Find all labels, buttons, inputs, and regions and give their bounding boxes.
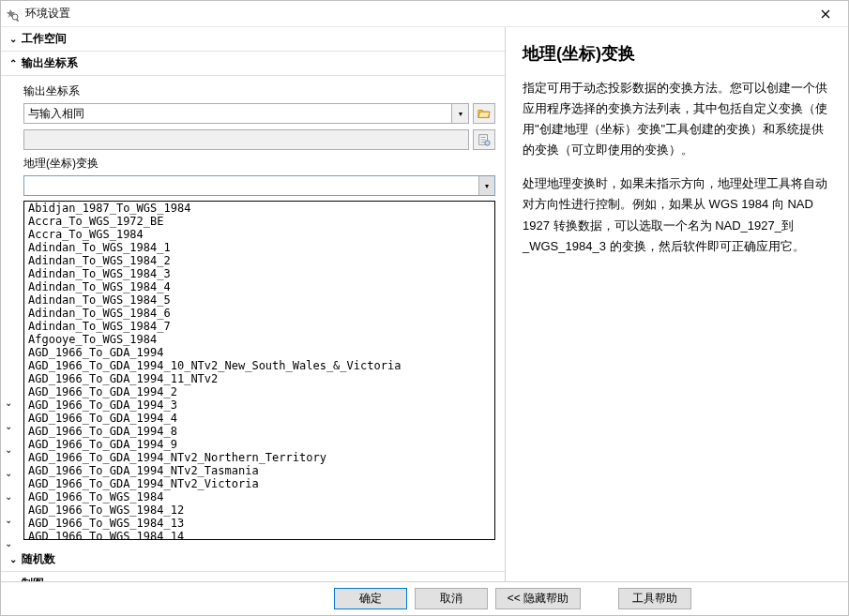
ok-button[interactable]: 确定 <box>334 588 407 609</box>
window-title: 环境设置 <box>25 6 807 22</box>
dropdown-item[interactable]: Adindan_To_WGS_1984_3 <box>24 267 494 280</box>
svg-point-3 <box>485 141 490 145</box>
output-crs-select[interactable]: 与输入相同 ▾ <box>23 103 469 124</box>
geo-transform-input[interactable] <box>23 175 495 196</box>
dropdown-item[interactable]: AGD_1966_To_WGS_1984_13 <box>24 517 494 530</box>
settings-tree-pane: ⌄ 工作空间 ⌃ 输出坐标系 输出坐标系 与输入相同 ▾ <box>1 27 506 581</box>
dropdown-item[interactable]: Accra_To_WGS_1972_BE <box>24 215 494 228</box>
dropdown-item[interactable]: Adindan_To_WGS_1984_4 <box>24 280 494 293</box>
dropdown-item[interactable]: AGD_1966_To_GDA_1994_9 <box>24 438 494 451</box>
geo-transform-dropdown[interactable]: Abidjan_1987_To_WGS_1984Accra_To_WGS_197… <box>23 201 495 540</box>
chevron-up-icon: ⌃ <box>7 58 20 68</box>
dropdown-item[interactable]: AGD_1966_To_GDA_1994_11_NTv2 <box>24 372 494 385</box>
help-title: 地理(坐标)变换 <box>523 42 831 65</box>
dropdown-item[interactable]: AGD_1966_To_GDA_1994_3 <box>24 398 494 412</box>
dropdown-item[interactable]: Adindan_To_WGS_1984_2 <box>24 254 494 267</box>
dropdown-arrow-icon[interactable]: ▾ <box>478 176 494 195</box>
output-crs-label: 输出坐标系 <box>23 83 495 99</box>
chevron-down-icon: ⌄ <box>7 34 20 44</box>
dropdown-item[interactable]: AGD_1966_To_GDA_1994 <box>24 346 494 359</box>
section-random[interactable]: ⌄ 随机数 <box>1 548 505 572</box>
dropdown-item[interactable]: Adindan_To_WGS_1984_6 <box>24 307 494 320</box>
tool-help-button[interactable]: 工具帮助 <box>618 588 691 609</box>
geo-transform-label: 地理(坐标)变换 <box>23 156 495 172</box>
dropdown-arrow-icon[interactable]: ▾ <box>451 104 468 123</box>
dropdown-item[interactable]: AGD_1966_To_GDA_1994_10_NTv2_New_South_W… <box>24 359 494 372</box>
app-icon <box>5 7 20 22</box>
dropdown-item[interactable]: AGD_1966_To_GDA_1994_4 <box>24 412 494 425</box>
section-label: 制图 <box>22 576 44 581</box>
section-workspace[interactable]: ⌄ 工作空间 <box>1 27 505 52</box>
section-cartography[interactable]: ⌄ 制图 <box>1 572 505 581</box>
cancel-button[interactable]: 取消 <box>415 588 488 609</box>
dropdown-item[interactable]: AGD_1966_To_GDA_1994_8 <box>24 425 494 438</box>
dropdown-item[interactable]: AGD_1966_To_GDA_1994_NTv2_Tasmania <box>24 464 494 477</box>
dropdown-item[interactable]: AGD_1966_To_WGS_1984 <box>24 490 494 503</box>
section-label: 输出坐标系 <box>22 55 78 71</box>
crs-properties-button[interactable] <box>473 129 495 150</box>
dropdown-item[interactable]: AGD_1966_To_WGS_1984_12 <box>24 503 494 517</box>
section-label: 随机数 <box>22 551 55 567</box>
browse-button[interactable] <box>473 103 495 124</box>
dropdown-item[interactable]: Accra_To_WGS_1984 <box>24 228 494 241</box>
section-output-crs[interactable]: ⌃ 输出坐标系 <box>1 52 505 76</box>
output-crs-body: 输出坐标系 与输入相同 ▾ 地理(坐标)变换 <box>1 76 505 548</box>
help-pane: 地理(坐标)变换 指定可用于动态投影数据的变换方法。您可以创建一个供应用程序选择… <box>506 27 848 581</box>
chevron-down-icon: ⌄ <box>7 554 20 564</box>
dropdown-item[interactable]: AGD_1966_To_WGS_1984_14 <box>24 530 494 540</box>
select-value: 与输入相同 <box>28 106 84 122</box>
dropdown-item[interactable]: Adindan_To_WGS_1984_5 <box>24 293 494 307</box>
environment-settings-dialog: 环境设置 ⌄ 工作空间 ⌃ 输出坐标系 输出坐标系 与输入相同 ▾ <box>0 0 849 616</box>
help-paragraph: 处理地理变换时，如果未指示方向，地理处理工具将自动对方向性进行控制。例如，如果从… <box>523 173 831 256</box>
titlebar: 环境设置 <box>1 1 848 27</box>
dropdown-item[interactable]: AGD_1966_To_GDA_1994_2 <box>24 385 494 398</box>
dropdown-item[interactable]: AGD_1966_To_GDA_1994_NTv2_Northern_Terri… <box>24 451 494 464</box>
section-label: 工作空间 <box>22 31 67 47</box>
hide-help-button[interactable]: << 隐藏帮助 <box>495 588 581 609</box>
chevron-down-icon: ⌄ <box>7 578 20 581</box>
dialog-footer: 确定 取消 << 隐藏帮助 工具帮助 <box>1 581 848 615</box>
dropdown-item[interactable]: Adindan_To_WGS_1984_7 <box>24 320 494 333</box>
dropdown-item[interactable]: Adindan_To_WGS_1984_1 <box>24 241 494 254</box>
dropdown-item[interactable]: Abidjan_1987_To_WGS_1984 <box>24 202 494 215</box>
dropdown-item[interactable]: Afgooye_To_WGS_1984 <box>24 333 494 346</box>
close-button[interactable] <box>807 1 844 26</box>
dropdown-item[interactable]: AGD_1966_To_GDA_1994_NTv2_Victoria <box>24 477 494 490</box>
crs-display-field <box>23 129 469 150</box>
help-paragraph: 指定可用于动态投影数据的变换方法。您可以创建一个供应用程序选择的变换方法列表，其… <box>523 78 831 160</box>
